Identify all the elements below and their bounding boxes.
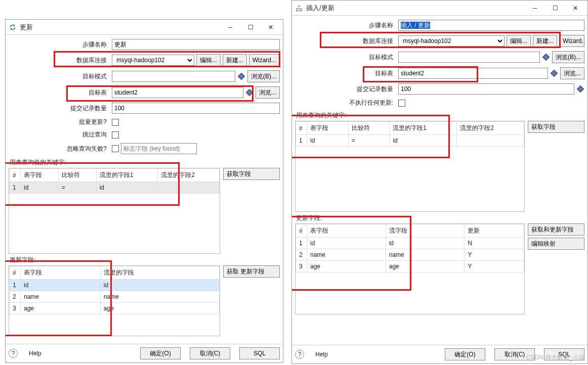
- browse-table-button[interactable]: 浏览...: [256, 86, 280, 99]
- no-update-checkbox[interactable]: [398, 100, 405, 107]
- table-row[interactable]: 1idid: [10, 280, 220, 291]
- var-indicator-icon: [577, 85, 584, 93]
- label-target-schema: 目标模式: [295, 53, 396, 62]
- target-table-input[interactable]: [398, 68, 548, 79]
- row-no-update: 不执行任何更新:: [295, 99, 584, 107]
- row-skip-lookup: 跳过查询: [9, 130, 280, 139]
- get-key-fields-button[interactable]: 获取字段: [223, 168, 280, 180]
- edit-button[interactable]: 编辑...: [196, 54, 221, 66]
- left-titlebar: 更新 ─ ☐ ✕: [6, 20, 283, 35]
- help-link[interactable]: Help: [29, 350, 41, 357]
- edit-mapping-button[interactable]: 编辑映射: [528, 238, 584, 250]
- update-section-label: 更新字段:: [10, 256, 280, 264]
- wizard-button[interactable]: Wizard...: [249, 54, 280, 66]
- label-batch-update: 批量更新?: [9, 118, 110, 126]
- table-row[interactable]: 3ageageY: [296, 261, 524, 272]
- svg-rect-0: [297, 9, 302, 11]
- ignore-fail-checkbox[interactable]: [112, 145, 119, 152]
- close-button[interactable]: ✕: [265, 21, 277, 33]
- target-schema-input[interactable]: [398, 52, 540, 63]
- sql-button[interactable]: SQL: [239, 347, 280, 359]
- row-ignore-fail: 忽略查询失败?: [9, 143, 280, 154]
- watermark: CSDN @大数据_小袁: [526, 353, 585, 362]
- batch-update-checkbox[interactable]: [112, 119, 119, 126]
- label-commit-size: 提交记录数量: [295, 85, 396, 94]
- right-dialog: 插入/更新 ─ ☐ ✕ 步骤名称 插入 / 更新 数据库连接 msyql-had…: [291, 0, 588, 364]
- step-name-input[interactable]: [112, 39, 280, 50]
- get-update-fields-button[interactable]: 获取和更新字段: [528, 223, 584, 236]
- update-grid[interactable]: # 表字段 流里的字段 1idid 2namename 3ageage: [9, 265, 220, 336]
- var-indicator-icon: [551, 70, 558, 77]
- right-titlebar: 插入/更新 ─ ☐ ✕: [292, 1, 587, 16]
- left-title: 更新: [20, 23, 224, 32]
- new-button[interactable]: 新建...: [223, 54, 247, 66]
- get-update-fields-button[interactable]: 获取 更新字段: [223, 265, 280, 278]
- var-indicator-icon: [542, 54, 550, 61]
- label-skip-lookup: 跳过查询: [9, 130, 110, 139]
- maximize-button[interactable]: ☐: [244, 21, 257, 33]
- key-grid[interactable]: # 表字段 比较符 流里的字段1 流里的字段2 1 id = id: [9, 168, 220, 254]
- left-dialog: 更新 ─ ☐ ✕ 步骤名称 数据库连接 msyql-hadoop102 编辑..…: [5, 19, 283, 363]
- row-commit-size: 提交记录数量: [295, 83, 584, 95]
- flag-field-input: [121, 143, 197, 154]
- new-button[interactable]: 新建...: [533, 35, 557, 47]
- help-link[interactable]: Help: [315, 351, 328, 358]
- label-ignore-fail: 忽略查询失败?: [9, 145, 110, 153]
- edit-button[interactable]: 编辑...: [507, 35, 531, 47]
- insert-update-icon: [295, 4, 303, 12]
- table-row[interactable]: 1ididN: [296, 238, 524, 249]
- cancel-button[interactable]: 取消(C): [190, 347, 230, 359]
- table-row[interactable]: 2namenameY: [296, 249, 524, 261]
- target-schema-input[interactable]: [112, 71, 235, 82]
- label-db-conn: 数据库连接: [295, 37, 396, 45]
- minimize-button[interactable]: ─: [224, 21, 236, 33]
- label-no-update: 不执行任何更新:: [295, 99, 396, 107]
- key-grid-header: # 表字段 比较符 流里的字段1 流里的字段2: [10, 169, 220, 182]
- table-row[interactable]: 3ageage: [10, 303, 220, 314]
- update-section-label: 更新字段:: [296, 214, 584, 222]
- skip-lookup-checkbox[interactable]: [112, 131, 119, 139]
- browse-schema-button[interactable]: 浏览(B)...: [552, 51, 584, 63]
- commit-size-input[interactable]: [398, 83, 574, 95]
- minimize-button[interactable]: ─: [529, 2, 541, 14]
- target-table-input[interactable]: [112, 87, 243, 98]
- help-icon[interactable]: ?: [295, 350, 304, 359]
- get-key-fields-button[interactable]: 获取字段: [528, 121, 584, 133]
- close-button[interactable]: ✕: [569, 2, 581, 14]
- table-row[interactable]: 1 id = id: [10, 182, 220, 194]
- db-conn-select[interactable]: msyql-hadoop102: [112, 55, 194, 66]
- row-target-table: 目标表 浏览...: [295, 67, 584, 79]
- var-indicator-icon: [246, 89, 253, 96]
- row-commit-size: 提交记录数量: [9, 103, 280, 114]
- ok-button[interactable]: 确定(O): [445, 348, 485, 360]
- ok-button[interactable]: 确定(O): [140, 347, 181, 359]
- browse-table-button[interactable]: 浏览...: [560, 67, 584, 79]
- label-target-table: 目标表: [295, 69, 396, 78]
- row-db-conn: 数据库连接 msyql-hadoop102 编辑... 新建... Wizard…: [9, 54, 280, 66]
- row-batch-update: 批量更新?: [9, 118, 280, 126]
- refresh-icon: [9, 23, 17, 31]
- step-name-input[interactable]: 插入 / 更新: [398, 20, 584, 31]
- label-target-table: 目标表: [9, 88, 110, 97]
- label-target-schema: 目标模式: [9, 72, 110, 81]
- db-conn-select[interactable]: msyql-hadoop102: [398, 35, 505, 47]
- help-icon[interactable]: ?: [9, 349, 18, 358]
- update-grid[interactable]: # 表字段 流字段 更新 1ididN 2namenameY 3ageageY: [295, 223, 525, 314]
- label-step-name: 步骤名称: [9, 40, 110, 49]
- key-grid-header: # 表字段 比较符 流里的字段1 流里的字段2: [296, 122, 524, 135]
- label-db-conn: 数据库连接: [9, 56, 110, 65]
- row-step-name: 步骤名称: [9, 39, 280, 50]
- wizard-button[interactable]: Wizard...: [559, 35, 584, 47]
- table-row[interactable]: 1 id = id: [296, 135, 524, 147]
- commit-size-input[interactable]: [112, 103, 280, 114]
- label-commit-size: 提交记录数量: [9, 104, 110, 113]
- key-grid[interactable]: # 表字段 比较符 流里的字段1 流里的字段2 1 id = id: [295, 121, 525, 212]
- left-footer: ? Help 确定(O) 取消(C) SQL: [6, 344, 283, 362]
- row-target-schema: 目标模式 浏览(B)...: [295, 51, 584, 63]
- maximize-button[interactable]: ☐: [549, 2, 561, 14]
- var-indicator-icon: [238, 73, 245, 80]
- row-target-table: 目标表 浏览...: [9, 86, 280, 99]
- browse-schema-button[interactable]: 浏览(B)...: [247, 70, 280, 82]
- update-grid-header: # 表字段 流里的字段: [10, 266, 220, 280]
- table-row[interactable]: 2namename: [10, 291, 220, 303]
